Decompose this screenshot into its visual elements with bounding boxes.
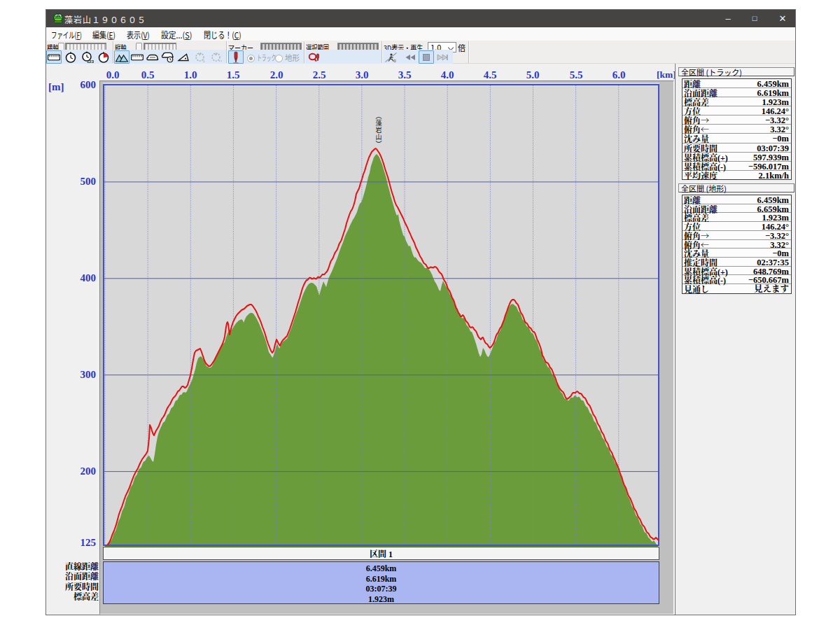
svg-text:︶: ︶: [375, 139, 382, 148]
